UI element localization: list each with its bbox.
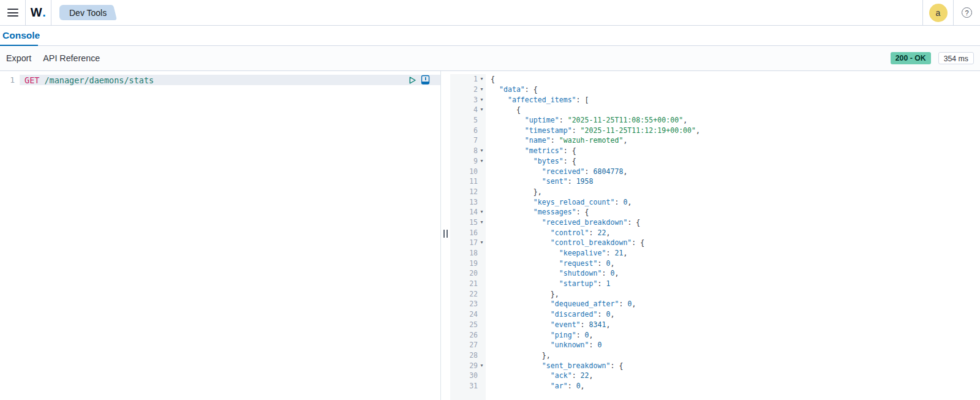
line-number: 13 — [450, 198, 478, 206]
request-input[interactable]: GET /manager/daemons/stats — [20, 75, 440, 85]
request-path: /manager/daemons/stats — [44, 75, 154, 85]
help-button[interactable]: ? — [954, 0, 980, 25]
menu-button[interactable] — [0, 0, 25, 25]
fold-arrow-icon[interactable]: ▾ — [478, 240, 486, 245]
json-key: "control" — [551, 228, 589, 237]
panel-splitter — [441, 71, 450, 400]
json-key: "control_breakdown" — [551, 238, 632, 247]
fold-arrow-icon[interactable]: ▾ — [478, 87, 486, 92]
response-line-gutter: 12 — [450, 187, 486, 197]
header-spacer — [110, 0, 922, 25]
json-punct: : — [568, 177, 576, 186]
json-key: "uptime" — [525, 116, 559, 124]
response-viewer[interactable]: 1▾2▾3▾4▾5678▾9▾1011121314▾15▾1617▾181920… — [450, 71, 980, 400]
request-method: GET — [24, 75, 39, 85]
json-punct: : — [568, 382, 576, 390]
response-line-gutter: 6 — [450, 125, 486, 135]
json-key: "ack" — [551, 371, 572, 380]
response-line-gutter: 15▾ — [450, 217, 486, 228]
line-number: 6 — [450, 126, 478, 135]
response-line-gutter: 17▾ — [450, 238, 486, 248]
response-line: "received": 6804778, — [491, 166, 980, 176]
json-key: "discarded" — [551, 310, 598, 319]
json-key: "sent" — [542, 177, 568, 186]
json-number: 22 — [581, 371, 589, 380]
json-string: "2025-11-25T11:08:55+00:00" — [568, 116, 683, 124]
response-line-gutter: 22 — [450, 289, 486, 299]
status-badge: 200 - OK — [891, 52, 931, 64]
response-line-gutter: 23 — [450, 299, 486, 309]
response-line: "sent": 1958 — [491, 176, 980, 187]
app-header: W. Dev Tools a ? — [0, 0, 980, 26]
logo-dot: . — [42, 6, 46, 20]
fold-arrow-icon[interactable]: ▾ — [478, 97, 486, 102]
line-number: 9 — [450, 157, 478, 165]
fold-arrow-icon[interactable]: ▾ — [478, 220, 486, 225]
response-line-gutter: 30 — [450, 371, 486, 381]
json-key: "ar" — [551, 382, 568, 390]
fold-arrow-icon[interactable]: ▾ — [478, 77, 486, 81]
json-key: "name" — [525, 136, 551, 145]
response-line-gutter: 7 — [450, 135, 486, 146]
response-line: "messages": { — [491, 207, 980, 217]
json-key: "event" — [551, 320, 581, 329]
fold-arrow-icon[interactable]: ▾ — [478, 148, 486, 153]
line-number: 2 — [450, 85, 478, 94]
resizer-handle-icon[interactable] — [443, 230, 448, 238]
api-reference-button[interactable]: API Reference — [43, 53, 100, 63]
json-punct: { — [516, 105, 521, 114]
json-punct: : — [619, 300, 627, 308]
fold-arrow-icon[interactable]: ▾ — [478, 107, 486, 112]
response-line: "startup": 1 — [491, 279, 980, 289]
dev-tools-tab[interactable]: Dev Tools — [59, 5, 110, 20]
line-number: 27 — [450, 341, 478, 349]
json-number: 0 — [585, 331, 589, 339]
json-punct: , — [606, 228, 611, 237]
wazuh-logo[interactable]: W. — [26, 0, 51, 25]
json-number: 0 — [606, 259, 610, 268]
response-line-gutter: 14▾ — [450, 207, 486, 217]
response-line: "timestamp": "2025-11-25T11:12:19+00:00"… — [491, 125, 980, 135]
response-line: "event": 8341, — [491, 320, 980, 330]
fold-arrow-icon[interactable]: ▾ — [478, 363, 486, 368]
documentation-icon[interactable] — [420, 75, 431, 85]
json-punct: }, — [533, 187, 542, 196]
json-punct: , — [610, 310, 614, 319]
json-number: 0 — [627, 300, 631, 308]
response-line: "ping": 0, — [491, 330, 980, 340]
json-key: "sent_breakdown" — [542, 361, 611, 370]
json-punct: , — [610, 259, 614, 268]
response-line: "sent_breakdown": { — [491, 360, 980, 371]
response-line: "data": { — [491, 85, 980, 95]
page-tabs: Console — [0, 26, 980, 46]
request-editor[interactable]: 1 GET /manager/daemons/stats — [0, 71, 441, 400]
json-punct: , — [623, 167, 627, 176]
fold-arrow-icon[interactable]: ▾ — [478, 159, 486, 164]
send-request-play-icon[interactable] — [407, 75, 417, 85]
fold-arrow-icon[interactable]: ▾ — [478, 209, 486, 214]
response-code: { "data": { "affected_items": [ { "uptim… — [486, 74, 980, 400]
json-number: 0 — [610, 269, 614, 277]
response-line-gutter: 19 — [450, 258, 486, 268]
export-button[interactable]: Export — [6, 53, 31, 63]
user-menu-button[interactable]: a — [923, 0, 953, 25]
json-key: "timestamp" — [525, 126, 572, 135]
response-line: }, — [491, 289, 980, 299]
json-key: "data" — [499, 85, 525, 94]
tab-active-underline — [0, 45, 38, 47]
help-icon: ? — [962, 7, 972, 18]
json-key: "messages" — [533, 208, 576, 216]
line-number: 21 — [450, 279, 478, 288]
line-number: 15 — [450, 218, 478, 227]
response-line-gutter: 16 — [450, 227, 486, 238]
json-punct: : — [598, 310, 606, 319]
response-line: "request": 0, — [491, 258, 980, 268]
json-number: 22 — [598, 228, 606, 237]
json-punct: : — [614, 198, 623, 206]
tab-console[interactable]: Console — [0, 26, 43, 45]
json-punct: : — [598, 279, 606, 288]
response-line-gutter: 8▾ — [450, 146, 486, 156]
line-number: 1 — [450, 75, 478, 83]
json-punct: : — [572, 126, 581, 135]
json-number: 0 — [606, 310, 610, 319]
